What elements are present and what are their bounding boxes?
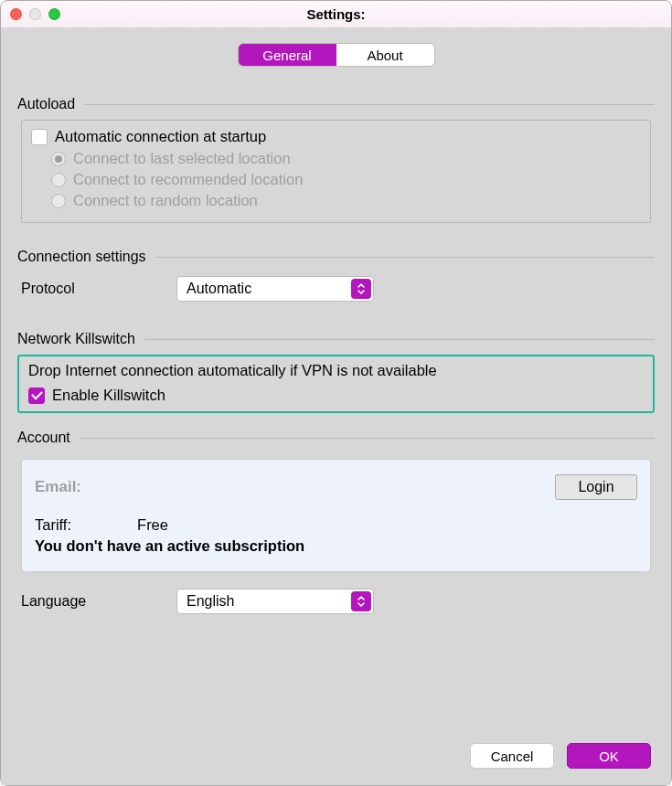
tab-general[interactable]: General xyxy=(239,44,336,66)
tariff-value: Free xyxy=(137,516,168,534)
minimize-window-button[interactable] xyxy=(29,8,41,20)
divider xyxy=(144,339,655,340)
protocol-select[interactable]: Automatic xyxy=(176,276,374,302)
section-killswitch-label: Network Killswitch xyxy=(17,331,135,347)
tab-about[interactable]: About xyxy=(336,44,434,66)
autoload-checkbox[interactable] xyxy=(31,129,48,145)
autoload-group: Automatic connection at startup Connect … xyxy=(21,120,651,223)
protocol-label: Protocol xyxy=(21,281,176,297)
cancel-button[interactable]: Cancel xyxy=(470,743,554,769)
section-account-label: Account xyxy=(17,430,70,446)
section-autoload-label: Autoload xyxy=(17,96,75,112)
titlebar: Settings: xyxy=(1,1,671,28)
tab-segment: General About xyxy=(238,43,435,67)
chevron-updown-icon xyxy=(351,279,371,299)
divider xyxy=(80,438,655,439)
language-label: Language xyxy=(21,593,176,610)
subscription-status: You don't have an active subscription xyxy=(35,537,637,555)
divider xyxy=(155,257,655,258)
section-connection-label: Connection settings xyxy=(17,249,146,265)
autoload-radio-2[interactable] xyxy=(51,194,66,208)
language-select[interactable]: English xyxy=(176,589,374,614)
autoload-radio-label: Connect to last selected location xyxy=(73,150,291,167)
autoload-radio-0[interactable] xyxy=(51,152,66,166)
close-window-button[interactable] xyxy=(10,8,22,20)
killswitch-description: Drop Internet connection automatically i… xyxy=(28,362,644,379)
divider xyxy=(84,104,655,105)
chevron-updown-icon xyxy=(351,591,371,611)
language-value: English xyxy=(187,593,234,610)
autoload-radio-1[interactable] xyxy=(51,173,66,187)
autoload-checkbox-label: Automatic connection at startup xyxy=(55,128,266,145)
killswitch-checkbox-label: Enable Killswitch xyxy=(52,387,165,404)
zoom-window-button[interactable] xyxy=(48,8,60,20)
tariff-label: Tariff: xyxy=(35,516,71,534)
autoload-radio-label: Connect to recommended location xyxy=(73,171,303,188)
login-button[interactable]: Login xyxy=(555,474,637,500)
autoload-radio-label: Connect to random location xyxy=(73,192,258,209)
email-label: Email: xyxy=(35,478,81,496)
ok-button[interactable]: OK xyxy=(567,743,651,769)
protocol-value: Automatic xyxy=(187,281,251,297)
account-panel: Email: Login Tariff: Free You don't have… xyxy=(21,459,651,572)
killswitch-checkbox[interactable] xyxy=(28,388,45,404)
killswitch-highlight: Drop Internet connection automatically i… xyxy=(17,355,655,413)
window-title: Settings: xyxy=(10,6,662,22)
